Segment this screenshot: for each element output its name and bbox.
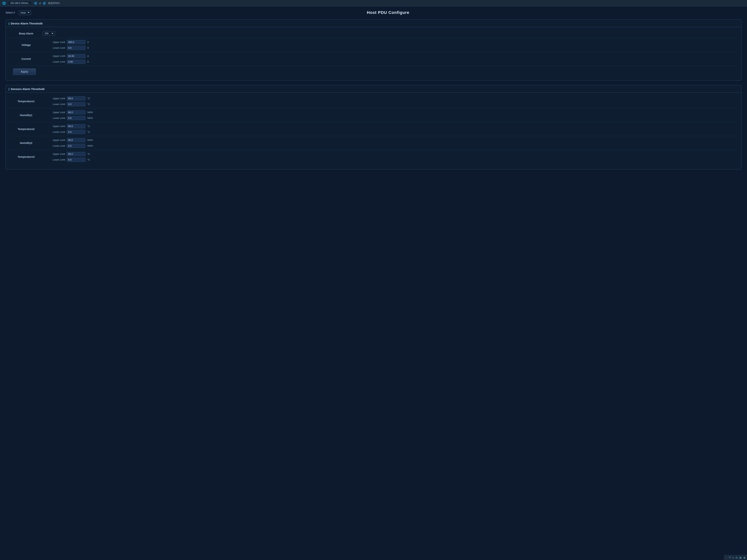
- taskbar-icon-5[interactable]: ▣: [739, 556, 742, 559]
- humidity2-fields: Upper Limit %RH Lower Limit %RH: [43, 138, 738, 148]
- voltage-lower-input[interactable]: [67, 46, 85, 50]
- taskbar-icon-4[interactable]: ⊞: [736, 556, 738, 559]
- taskbar: ○ 中 ▸ ⊞ ▣ ◀: [724, 555, 747, 560]
- temperature1-lower-input[interactable]: [67, 102, 85, 106]
- voltage-lower-unit: V: [87, 47, 93, 49]
- humidity1-lower-label: Lower Limit: [43, 117, 65, 119]
- temperature1-lower-label: Lower Limit: [43, 103, 65, 106]
- voltage-upper-line: Upper Limit V: [43, 40, 738, 44]
- temperature1-lower-unit: °C: [87, 103, 93, 106]
- beep-alarm-label: Beep Alarm: [9, 32, 43, 35]
- humidity2-label: Humidity2: [9, 141, 43, 144]
- temperature1-fields: Upper Limit °C Lower Limit °C: [43, 96, 738, 106]
- device-alarm-body: Beep Alarm ON OFF Voltage Upper Limit V …: [6, 27, 741, 77]
- temperature2-lower-label: Lower Limit: [43, 131, 65, 133]
- temperature3-lower-label: Lower Limit: [43, 158, 65, 161]
- current-upper-input[interactable]: [67, 54, 85, 58]
- beep-alarm-row: Beep Alarm ON OFF: [9, 29, 738, 38]
- humidity2-lower-input[interactable]: [67, 144, 85, 148]
- device-alarm-title: Device Alarm Threshold: [6, 20, 741, 27]
- humidity1-lower-line: Lower Limit %RH: [43, 116, 738, 120]
- temperature3-lower-input[interactable]: [67, 158, 85, 162]
- sensor-row-temperature3: Temperature3 Upper Limit °C Lower Limit …: [9, 150, 738, 164]
- select-host-dropdown[interactable]: Host: [19, 10, 31, 15]
- current-lower-input[interactable]: [67, 60, 85, 64]
- sensor-row-temperature1: Temperature1 Upper Limit °C Lower Limit …: [9, 95, 738, 108]
- taskbar-icon-2[interactable]: 中: [729, 556, 731, 559]
- taskbar-icon-3[interactable]: ▸: [733, 556, 734, 559]
- globe-icon: 🌐: [2, 1, 6, 5]
- globe-icon-3: 🌐: [43, 2, 46, 5]
- temperature2-upper-line: Upper Limit °C: [43, 124, 738, 128]
- sensor-row-humidity1: Humidity1 Upper Limit %RH Lower Limit %R…: [9, 108, 738, 122]
- taskbar-icon-1[interactable]: ○: [726, 556, 727, 559]
- humidity2-upper-line: Upper Limit %RH: [43, 138, 738, 142]
- tab-d[interactable]: d: [39, 2, 41, 5]
- sensors-alarm-body: Temperature1 Upper Limit °C Lower Limit …: [6, 92, 741, 165]
- voltage-lower-line: Lower Limit V: [43, 46, 738, 50]
- temperature1-lower-line: Lower Limit °C: [43, 102, 738, 106]
- voltage-upper-input[interactable]: [67, 40, 85, 44]
- humidity1-upper-label: Upper Limit: [43, 111, 65, 114]
- sensors-alarm-title: Sensors Alarm Threshold: [6, 85, 741, 92]
- temperature1-upper-input[interactable]: [67, 96, 85, 101]
- temperature2-label: Temperature2: [9, 128, 43, 131]
- temperature2-lower-input[interactable]: [67, 130, 85, 134]
- voltage-upper-unit: V: [87, 41, 93, 44]
- temperature2-upper-unit: °C: [87, 125, 93, 128]
- current-lower-line: Lower Limit A: [43, 60, 738, 64]
- humidity2-upper-label: Upper Limit: [43, 139, 65, 141]
- current-upper-unit: A: [87, 55, 93, 57]
- voltage-upper-label: Upper Limit: [43, 41, 65, 44]
- humidity2-upper-input[interactable]: [67, 138, 85, 142]
- sensor-row-humidity2: Humidity2 Upper Limit %RH Lower Limit %R…: [9, 136, 738, 150]
- humidity2-lower-line: Lower Limit %RH: [43, 144, 738, 148]
- temperature3-label: Temperature3: [9, 155, 43, 158]
- current-lower-label: Lower Limit: [43, 60, 65, 63]
- page-title: Host PDU Configure: [35, 10, 742, 15]
- humidity2-lower-label: Lower Limit: [43, 144, 65, 147]
- humidity1-lower-input[interactable]: [67, 116, 85, 120]
- temperature1-label: Temperature1: [9, 100, 43, 103]
- device-alarm-apply-button[interactable]: Apply: [13, 69, 36, 75]
- voltage-lower-label: Lower Limit: [43, 47, 65, 49]
- temperature2-upper-input[interactable]: [67, 124, 85, 128]
- humidity1-upper-input[interactable]: [67, 110, 85, 114]
- voltage-row: Voltage Upper Limit V Lower Limit V: [9, 38, 738, 52]
- sensors-alarm-section: Sensors Alarm Threshold Temperature1 Upp…: [5, 85, 742, 169]
- sensor-row-temperature2: Temperature2 Upper Limit °C Lower Limit …: [9, 122, 738, 136]
- temperature2-lower-unit: °C: [87, 131, 93, 133]
- temperature2-lower-line: Lower Limit °C: [43, 130, 738, 134]
- taskbar-icon-6[interactable]: ◀: [743, 556, 745, 559]
- humidity1-upper-line: Upper Limit %RH: [43, 110, 738, 114]
- select-host-label: Select #: [5, 11, 15, 14]
- temperature3-fields: Upper Limit °C Lower Limit °C: [43, 152, 738, 162]
- current-fields: Upper Limit A Lower Limit A: [43, 54, 738, 64]
- page-header: Select # Host Host PDU Configure: [5, 10, 742, 15]
- humidity2-upper-unit: %RH: [87, 139, 93, 141]
- temperature1-upper-line: Upper Limit °C: [43, 96, 738, 101]
- humidity1-lower-unit: %RH: [87, 117, 93, 119]
- tab-dpdu[interactable]: 动态DPDU: [48, 1, 60, 5]
- main-content: Select # Host Host PDU Configure Device …: [0, 6, 747, 178]
- temperature3-lower-line: Lower Limit °C: [43, 158, 738, 162]
- temperature3-lower-unit: °C: [87, 158, 93, 161]
- voltage-label: Voltage: [9, 44, 43, 47]
- temperature2-upper-label: Upper Limit: [43, 125, 65, 128]
- temperature3-upper-input[interactable]: [67, 152, 85, 156]
- temperature3-upper-label: Upper Limit: [43, 153, 65, 155]
- globe-icon-2: 🌐: [34, 2, 37, 5]
- current-label: Current: [9, 57, 43, 60]
- current-lower-unit: A: [87, 60, 93, 63]
- temperature1-upper-label: Upper Limit: [43, 97, 65, 100]
- current-upper-line: Upper Limit A: [43, 54, 738, 58]
- humidity1-fields: Upper Limit %RH Lower Limit %RH: [43, 110, 738, 120]
- temperature3-upper-line: Upper Limit °C: [43, 152, 738, 156]
- browser-bar: 🌐 192.168.0.163/set... 🌐 d 🌐 动态DPDU: [0, 0, 747, 6]
- current-upper-label: Upper Limit: [43, 55, 65, 57]
- voltage-fields: Upper Limit V Lower Limit V: [43, 40, 738, 50]
- beep-alarm-dropdown[interactable]: ON OFF: [43, 31, 55, 36]
- url-display[interactable]: 192.168.0.163/set...: [8, 1, 32, 5]
- device-alarm-section: Device Alarm Threshold Beep Alarm ON OFF…: [5, 20, 742, 81]
- humidity1-label: Humidity1: [9, 114, 43, 117]
